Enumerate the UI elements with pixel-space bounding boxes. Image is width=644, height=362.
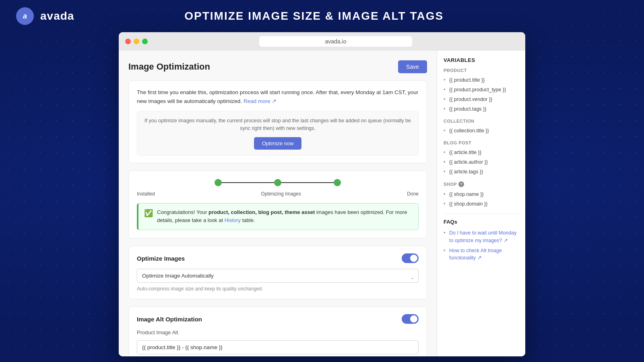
image-alt-card: Image Alt Optimization Product Image Alt — [128, 306, 427, 356]
optimize-now-button[interactable]: Optimize now — [254, 137, 302, 150]
step-dot-done — [334, 179, 341, 186]
variable-group-product: PRODUCT — [444, 68, 519, 73]
side-divider — [444, 214, 519, 214]
main-panel: Image Optimization Save The first time y… — [119, 51, 437, 356]
var-article-tags: {{ article.tags }} — [444, 167, 519, 177]
faq-item-1[interactable]: Do I have to wait until Monday to optimi… — [444, 228, 519, 246]
logo-letter: a — [23, 12, 27, 21]
browser-control-dots — [125, 39, 148, 44]
product-image-alt-input[interactable] — [137, 340, 419, 354]
step-labels: Installed Optimizing Images Done — [137, 191, 419, 197]
shop-help-icon[interactable]: ? — [458, 181, 464, 187]
manual-optimize-text: If you optimize images manually, the cur… — [144, 117, 412, 132]
info-description: The first time you enable this, optimiza… — [137, 88, 419, 105]
optimize-select[interactable]: Optimize Image AutomaticallyManual Only — [137, 269, 419, 283]
content-area: Image Optimization Save The first time y… — [119, 51, 525, 356]
shop-group-header: SHOP ? — [444, 181, 519, 187]
history-link[interactable]: History — [225, 217, 241, 223]
close-window-dot[interactable] — [125, 39, 131, 44]
product-image-alt-label: Product Image Alt — [137, 329, 419, 335]
maximize-window-dot[interactable] — [142, 39, 148, 44]
info-box: The first time you enable this, optimiza… — [128, 80, 427, 163]
logo-mark: a — [16, 7, 34, 25]
browser-bar: avada.io — [119, 32, 525, 51]
url-bar[interactable]: avada.io — [259, 36, 412, 47]
optimize-images-header: Optimize Images — [137, 253, 419, 263]
stepper — [137, 179, 419, 186]
step-label-installed: Installed — [137, 191, 155, 197]
var-product-tags: {{ product.tags }} — [444, 104, 519, 114]
optimize-select-wrapper: Optimize Image AutomaticallyManual Only … — [137, 269, 419, 286]
step-label-done: Done — [407, 191, 419, 197]
page-title: Image Optimization — [128, 62, 210, 72]
var-collection-title: {{ collection.title }} — [444, 126, 519, 136]
step-dot-installed — [215, 179, 222, 186]
logo-text: avada — [40, 10, 74, 23]
variable-group-shop: SHOP ? — [444, 181, 519, 187]
optimize-hint: Auto-compress image size and keep its qu… — [137, 286, 419, 292]
success-bold-text: product, collection, blog post, theme as… — [208, 209, 315, 215]
variable-group-blog: BLOG POST — [444, 140, 519, 145]
minimize-window-dot[interactable] — [134, 39, 139, 44]
image-alt-toggle[interactable] — [402, 314, 419, 324]
faqs-title: FAQs — [444, 219, 519, 225]
app-header: a avada OPTIMIZE IMAGE SIZE & IMAGE ALT … — [0, 0, 644, 32]
step-label-optimizing: Optimizing Images — [261, 191, 301, 197]
var-product-title: {{ product.title }} — [444, 75, 519, 85]
read-more-link[interactable]: Read more ↗ — [244, 98, 277, 104]
page-title-header: OPTIMIZE IMAGE SIZE & IMAGE ALT TAGS — [80, 10, 547, 23]
variables-title: Variables — [444, 57, 519, 63]
optimize-images-card: Optimize Images Optimize Image Automatic… — [128, 246, 427, 299]
image-alt-header: Image Alt Optimization — [137, 314, 419, 324]
var-article-author: {{ article.author }} — [444, 157, 519, 167]
var-shop-domain: {{ shop.domain }} — [444, 199, 519, 209]
step-line-1 — [222, 182, 274, 183]
step-line-2 — [281, 182, 334, 183]
var-article-title: {{ article.title }} — [444, 148, 519, 157]
step-dot-optimizing — [274, 179, 281, 186]
var-product-vendor: {{ product.vendor }} — [444, 95, 519, 104]
save-button[interactable]: Save — [398, 60, 427, 73]
success-text: Congratulations! Your product, collectio… — [157, 208, 413, 225]
success-message-box: ✅ Congratulations! Your product, collect… — [137, 203, 419, 230]
success-check-icon: ✅ — [144, 209, 153, 218]
optimize-images-toggle[interactable] — [402, 253, 419, 263]
manual-optimize-box: If you optimize images manually, the cur… — [137, 111, 419, 156]
progress-stepper-box: Installed Optimizing Images Done ✅ Congr… — [128, 171, 427, 239]
optimize-images-title: Optimize Images — [137, 255, 185, 262]
image-alt-title: Image Alt Optimization — [137, 316, 202, 323]
side-panel: Variables PRODUCT {{ product.title }} {{… — [437, 51, 525, 356]
page-title-row: Image Optimization Save — [128, 60, 427, 73]
browser-window: avada.io Image Optimization Save The fir… — [119, 32, 525, 356]
variable-group-collection: COLLECTION — [444, 119, 519, 123]
faq-item-2[interactable]: How to check Alt Image functionality ↗ — [444, 246, 519, 263]
var-shop-name: {{ shop.name }} — [444, 189, 519, 199]
var-product-type: {{ product.product_type }} — [444, 85, 519, 95]
